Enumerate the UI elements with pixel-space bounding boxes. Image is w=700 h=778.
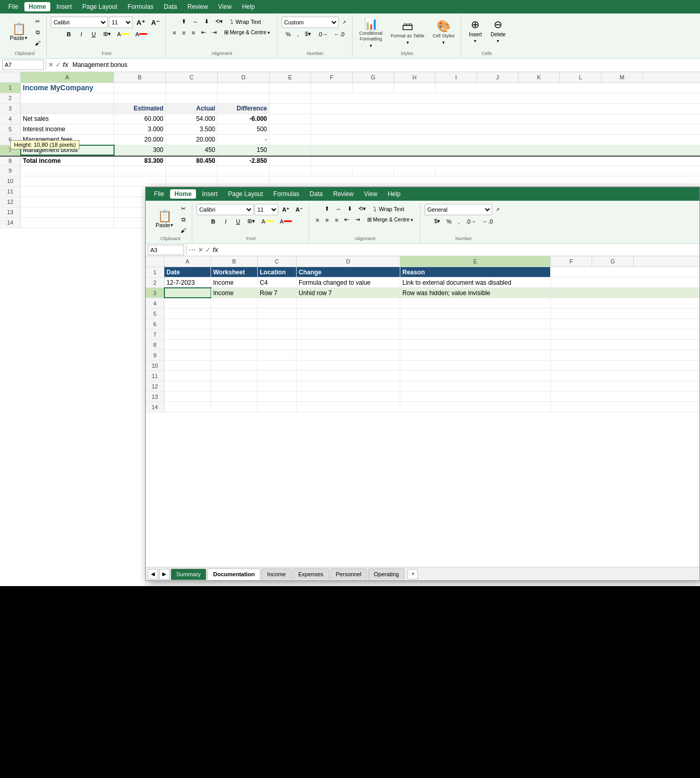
inner-confirm-formula-icon[interactable]: ✓ <box>205 246 211 254</box>
outer-cell-ref-input[interactable] <box>2 60 44 70</box>
outer-row-10-num[interactable]: 10 <box>0 176 21 186</box>
inner-cell-a10-inner[interactable] <box>164 360 211 370</box>
outer-cell-b10[interactable] <box>114 176 166 186</box>
outer-cell-a12[interactable] <box>21 197 114 207</box>
inner-menu-insert[interactable]: Insert <box>198 189 222 199</box>
inner-cell-ref-input[interactable] <box>148 245 184 255</box>
outer-increase-decimal-button[interactable]: .0→ <box>315 30 330 39</box>
inner-cell-b12-inner[interactable] <box>211 381 258 391</box>
outer-cell-b1[interactable] <box>114 83 166 93</box>
inner-right-align-button[interactable]: ≡ <box>332 215 341 225</box>
outer-menu-pagelayout[interactable]: Page Layout <box>78 2 121 11</box>
outer-cell-d10[interactable] <box>218 176 270 186</box>
inner-cell-d6[interactable] <box>297 319 400 329</box>
outer-cancel-formula-icon[interactable]: ✕ <box>48 61 53 68</box>
outer-row-13-num[interactable]: 13 <box>0 207 21 217</box>
outer-col-g-header[interactable]: G <box>353 72 394 82</box>
inner-col-c-header[interactable]: C <box>258 256 297 267</box>
outer-cell-g1[interactable] <box>353 83 394 93</box>
outer-font-size-select[interactable]: 11 <box>109 17 133 28</box>
inner-row-12-num-inner[interactable]: 12 <box>146 381 164 391</box>
outer-left-align-button[interactable]: ≡ <box>170 28 178 37</box>
inner-cell-b1[interactable]: Worksheet <box>211 267 258 277</box>
inner-left-align-button[interactable]: ≡ <box>313 215 321 225</box>
outer-insert-function-icon[interactable]: fx <box>63 61 68 68</box>
outer-font-decrease-button[interactable]: A⁻ <box>149 17 162 28</box>
outer-cell-b6[interactable]: 20.000 <box>114 135 166 145</box>
outer-col-i-header[interactable]: I <box>436 72 477 82</box>
inner-cell-e13-inner[interactable] <box>400 392 551 401</box>
inner-cell-b4[interactable] <box>211 298 258 308</box>
inner-cell-e4[interactable] <box>400 298 551 308</box>
outer-align-middle-button[interactable]: ↔ <box>190 17 201 26</box>
format-table-dropdown-icon[interactable]: ▾ <box>407 40 409 45</box>
inner-menu-file[interactable]: File <box>150 189 168 199</box>
inner-text-orient-button[interactable]: ⟲▾ <box>356 204 369 214</box>
inner-add-sheet-button[interactable]: + <box>408 569 418 579</box>
outer-row-11-num[interactable]: 11 <box>0 187 21 197</box>
outer-fill-color-button[interactable]: A <box>115 30 132 39</box>
inner-cell-a5[interactable] <box>164 309 211 318</box>
outer-col-c-header[interactable]: C <box>166 72 218 82</box>
outer-cell-e8[interactable] <box>270 157 311 165</box>
outer-cell-a3[interactable] <box>21 104 114 114</box>
outer-copy-button[interactable]: ⧉ <box>32 27 43 37</box>
inner-menu-home[interactable]: Home <box>170 189 195 199</box>
outer-cell-c6[interactable]: 20.000 <box>166 135 218 145</box>
outer-row-1-num[interactable]: 1 <box>0 83 21 93</box>
inner-row-11-num-inner[interactable]: 11 <box>146 371 164 381</box>
inner-cell-b9-inner[interactable] <box>211 350 258 360</box>
inner-font-name-select[interactable]: Calibri <box>197 204 254 215</box>
outer-cell-e4[interactable] <box>270 114 311 124</box>
outer-cell-a13[interactable] <box>21 207 114 217</box>
inner-menu-help[interactable]: Help <box>384 189 405 199</box>
outer-cell-a2[interactable] <box>21 93 114 103</box>
outer-align-top-button[interactable]: ⬆ <box>179 17 189 26</box>
inner-row-10-num-inner[interactable]: 10 <box>146 360 164 370</box>
outer-currency-button[interactable]: $▾ <box>302 29 314 39</box>
outer-cell-e5[interactable] <box>270 124 311 134</box>
outer-cell-a6[interactable]: Management fees <box>21 135 114 145</box>
inner-cell-e5[interactable] <box>400 309 551 318</box>
inner-cell-d13-inner[interactable] <box>297 392 400 401</box>
outer-cell-g9[interactable] <box>353 166 394 176</box>
inner-tab-income[interactable]: Income <box>261 568 291 580</box>
outer-cell-h9[interactable] <box>394 166 436 176</box>
outer-decrease-decimal-button[interactable]: ←.0 <box>331 30 347 39</box>
outer-cell-c9[interactable] <box>166 166 218 176</box>
inner-merge-dropdown-icon[interactable]: ▾ <box>411 217 413 223</box>
outer-row-14-num[interactable]: 14 <box>0 218 21 228</box>
delete-dropdown-icon[interactable]: ▾ <box>497 38 499 44</box>
inner-cell-e11-inner[interactable] <box>400 371 551 381</box>
outer-col-a-header[interactable]: A <box>21 72 114 82</box>
inner-row-14-num-inner[interactable]: 14 <box>146 402 164 412</box>
inner-cell-d2[interactable]: Formula changed to value <box>297 277 400 287</box>
outer-cell-e6[interactable] <box>270 135 311 145</box>
outer-menu-view[interactable]: View <box>214 2 236 11</box>
outer-cell-a1[interactable]: Income MyCompany <box>21 83 114 93</box>
inner-tab-summary[interactable]: Summary <box>171 568 206 580</box>
inner-row-13-num-inner[interactable]: 13 <box>146 392 164 401</box>
outer-borders-button[interactable]: ⊞▾ <box>101 29 114 39</box>
outer-cell-a10[interactable] <box>21 176 114 186</box>
inner-cell-b10-inner[interactable] <box>211 360 258 370</box>
outer-menu-insert[interactable]: Insert <box>52 2 76 11</box>
inner-cell-b13-inner[interactable] <box>211 392 258 401</box>
inner-increase-decimal-button[interactable]: .0→ <box>463 217 479 226</box>
inner-indent-increase-button[interactable]: ⇥ <box>353 215 362 225</box>
inner-insert-function-icon[interactable]: fx <box>213 246 218 254</box>
inner-cell-e14-inner[interactable] <box>400 402 551 412</box>
paste-dropdown-icon[interactable]: ▾ <box>25 35 27 40</box>
inner-cell-a7-inner[interactable] <box>164 329 211 339</box>
outer-cell-a9[interactable] <box>21 166 114 176</box>
inner-decrease-decimal-button[interactable]: ←.0 <box>480 217 495 226</box>
inner-tab-next-button[interactable]: ▶ <box>159 569 170 579</box>
outer-cut-button[interactable]: ✂ <box>32 17 43 26</box>
inner-cell-c11-inner[interactable] <box>258 371 297 381</box>
outer-right-align-button[interactable]: ≡ <box>189 28 198 37</box>
inner-cell-b14-inner[interactable] <box>211 402 258 412</box>
inner-cell-e2[interactable]: Link to external document was disabled <box>400 277 551 287</box>
outer-cell-a7[interactable]: Management bonus <box>21 145 114 155</box>
outer-italic-button[interactable]: I <box>76 30 87 39</box>
outer-format-table-button[interactable]: 🗃 Format as Table ▾ <box>388 19 427 47</box>
